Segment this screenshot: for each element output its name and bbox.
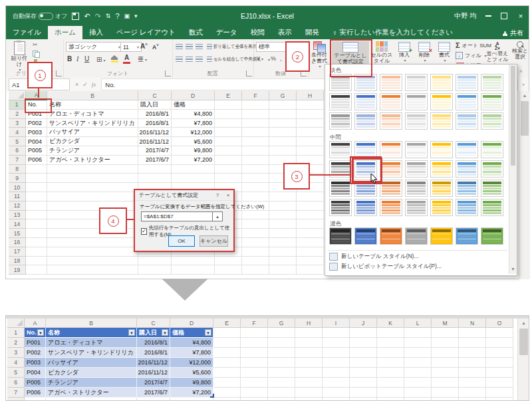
result-cell[interactable]: P006 xyxy=(25,388,46,398)
result-cell[interactable] xyxy=(377,398,404,401)
result-cell[interactable]: 名称▼ xyxy=(46,328,137,338)
gallery-scroll-down-icon[interactable]: ▼ xyxy=(509,265,517,273)
tab-表示[interactable]: 表示 xyxy=(271,26,299,39)
cell[interactable] xyxy=(269,219,297,229)
result-cell[interactable] xyxy=(459,338,486,348)
cell[interactable] xyxy=(172,265,215,275)
result-column-header-D[interactable]: D xyxy=(170,319,213,328)
result-column-header-N[interactable]: N xyxy=(459,319,486,328)
result-cell[interactable] xyxy=(323,368,350,378)
row-header-18[interactable]: 18 xyxy=(9,257,26,266)
cell[interactable] xyxy=(172,165,215,174)
filter-dropdown-icon[interactable]: ▼ xyxy=(128,329,135,336)
table-style-thumbnail[interactable] xyxy=(354,199,377,216)
cell[interactable] xyxy=(242,174,269,183)
result-cell[interactable] xyxy=(432,388,459,398)
font-color-icon[interactable]: A xyxy=(123,55,130,64)
row-header-10[interactable]: 10 xyxy=(9,183,26,192)
result-row-header-2[interactable]: 2 xyxy=(7,338,25,348)
result-cell[interactable]: 2016/11/12 xyxy=(137,358,170,368)
result-cell[interactable] xyxy=(295,368,323,378)
result-cell[interactable] xyxy=(295,328,323,338)
result-cell[interactable] xyxy=(377,348,404,358)
result-cell[interactable] xyxy=(241,368,268,378)
result-cell[interactable]: 2017/6/7 xyxy=(137,388,170,398)
result-scroll-up-icon[interactable]: ▲ xyxy=(518,319,529,327)
result-cell[interactable] xyxy=(268,378,295,388)
result-cell[interactable] xyxy=(486,328,513,338)
comma-format-icon[interactable]: , xyxy=(280,55,282,62)
cell[interactable] xyxy=(215,110,242,119)
cell[interactable] xyxy=(47,192,138,201)
cell[interactable] xyxy=(242,137,269,146)
redo-icon[interactable]: ↷ xyxy=(95,13,101,20)
cell[interactable] xyxy=(138,257,172,266)
result-column-header-K[interactable]: K xyxy=(377,319,404,328)
gallery-menu-item[interactable]: 新しいピボットテーブル スタイル(P)... xyxy=(329,262,507,271)
autosave-toggle[interactable]: 自動保存 オフ xyxy=(13,12,67,21)
tab-データ[interactable]: データ xyxy=(209,26,244,39)
row-header-12[interactable]: 12 xyxy=(9,201,26,211)
cell[interactable] xyxy=(172,257,215,266)
cell[interactable] xyxy=(215,156,242,165)
column-header-E[interactable]: E xyxy=(215,91,242,100)
clipboard-dialog-launcher[interactable] xyxy=(56,70,62,76)
align-bottom-icon[interactable] xyxy=(196,44,203,49)
result-cell[interactable] xyxy=(404,358,432,368)
result-cell[interactable] xyxy=(241,328,268,338)
result-cell[interactable] xyxy=(323,338,350,348)
result-cell[interactable]: アガベ・ストリクター xyxy=(46,388,137,398)
result-column-header-H[interactable]: H xyxy=(295,319,323,328)
bold-button[interactable]: B xyxy=(67,55,72,63)
cell[interactable] xyxy=(297,219,324,229)
result-column-header-L[interactable]: L xyxy=(404,319,432,328)
table-style-thumbnail[interactable] xyxy=(354,227,377,245)
table-style-thumbnail[interactable] xyxy=(430,93,453,110)
result-cell[interactable]: バッサイア xyxy=(46,358,137,368)
table-style-thumbnail[interactable] xyxy=(329,112,352,130)
result-column-header-C[interactable]: C xyxy=(137,319,170,328)
row-header-9[interactable]: 9 xyxy=(9,174,26,183)
filter-dropdown-icon[interactable]: ▼ xyxy=(205,329,211,336)
insert-function-icon[interactable]: fx xyxy=(92,81,96,88)
result-cell[interactable] xyxy=(323,388,350,398)
result-cell[interactable] xyxy=(295,398,323,401)
result-cell[interactable] xyxy=(486,348,513,358)
result-cell[interactable] xyxy=(295,378,323,388)
result-cell[interactable] xyxy=(486,358,513,368)
result-cell[interactable]: ¥4,800 xyxy=(170,338,213,348)
format-cells-button[interactable]: 書式▾ xyxy=(436,42,453,63)
cell[interactable]: 価格 xyxy=(172,100,215,110)
result-cell[interactable] xyxy=(377,328,404,338)
ok-button[interactable]: OK xyxy=(168,235,195,247)
fill-color-icon[interactable] xyxy=(111,55,118,63)
column-header-G[interactable]: G xyxy=(269,91,297,100)
result-cell[interactable] xyxy=(486,378,513,388)
column-header-D[interactable]: D xyxy=(172,91,215,100)
cell[interactable] xyxy=(297,265,324,275)
cell[interactable] xyxy=(297,201,324,211)
cell[interactable] xyxy=(269,192,297,201)
table-style-thumbnail[interactable] xyxy=(405,112,428,130)
table-style-thumbnail[interactable] xyxy=(456,227,478,245)
column-header-F[interactable]: F xyxy=(242,91,269,100)
result-cell[interactable] xyxy=(323,328,350,338)
cell[interactable]: 2017/4/7 xyxy=(138,146,172,156)
result-cell[interactable] xyxy=(137,398,170,401)
table-style-thumbnail[interactable] xyxy=(481,180,503,197)
cell[interactable] xyxy=(242,211,269,220)
cell[interactable] xyxy=(215,265,242,275)
cell[interactable]: 購入日 xyxy=(138,100,172,110)
row-header-11[interactable]: 11 xyxy=(9,192,26,201)
cell[interactable]: ¥9,800 xyxy=(172,146,215,156)
underline-button[interactable]: U xyxy=(84,55,89,63)
cell[interactable] xyxy=(47,238,138,247)
cell[interactable] xyxy=(26,183,47,192)
cell[interactable]: サンスベリア・キリンドリリカ xyxy=(47,119,138,128)
align-center-icon[interactable] xyxy=(186,57,193,62)
result-cell[interactable] xyxy=(404,398,432,401)
row-header-6[interactable]: 6 xyxy=(9,146,26,156)
table-style-thumbnail[interactable] xyxy=(481,199,503,216)
minimize-button[interactable] xyxy=(485,15,491,17)
cell[interactable] xyxy=(26,201,47,211)
